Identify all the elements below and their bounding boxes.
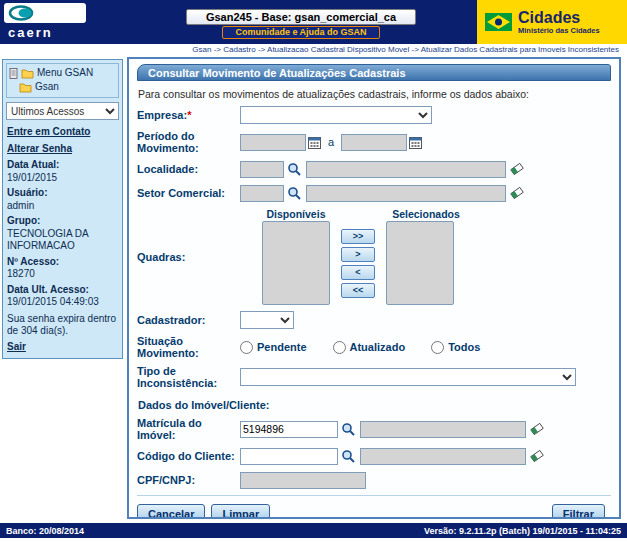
form-row-cadastrador: Cadastrador: xyxy=(137,311,611,329)
contact-link[interactable]: Entre em Contato xyxy=(7,126,90,139)
radio-item-todos: Todos xyxy=(431,341,480,354)
codigo-cliente-descricao-field xyxy=(360,448,526,465)
eraser-icon[interactable] xyxy=(530,449,544,463)
matricula-descricao-field xyxy=(360,421,526,438)
form-row-localidade: Localidade: xyxy=(137,160,611,178)
tipo-inconsistencia-select[interactable] xyxy=(240,368,576,386)
breadcrumb: Gsan -> Cadastro -> Atualizacao Cadastra… xyxy=(0,44,627,57)
form-row-situacao: Situação Movimento: Pendente Atualizado … xyxy=(137,335,611,359)
cpf-cnpj-input[interactable] xyxy=(240,472,366,489)
move-left-button[interactable]: < xyxy=(341,265,375,280)
form-row-tipo-inconsistencia: Tipo de Inconsistência: xyxy=(137,365,611,389)
quadras-transfer-buttons: >> > < << xyxy=(341,229,375,298)
num-acesso-label: Nº Acesso: xyxy=(7,256,118,269)
required-marker: * xyxy=(187,109,191,121)
notebook-icon xyxy=(9,68,18,79)
data-atual-label: Data Atual: xyxy=(7,159,118,172)
matricula-label: Matrícula do Imóvel: xyxy=(137,417,240,441)
data-atual-value: 19/01/2015 xyxy=(7,172,118,185)
ministry-subtitle: Ministério das Cidades xyxy=(518,26,600,35)
status-bar: Banco: 20/08/2014 Versão: 9.2.11.2p (Bat… xyxy=(0,523,627,538)
radio-atualizado-label: Atualizado xyxy=(350,341,406,353)
clear-button[interactable]: Limpar xyxy=(211,504,270,519)
search-icon[interactable] xyxy=(287,162,302,177)
matricula-input[interactable] xyxy=(240,421,338,438)
search-icon[interactable] xyxy=(341,449,356,464)
form-row-codigo-cliente: Código do Cliente: xyxy=(137,447,611,465)
password-expiry-note: Sua senha expira dentro de 304 dia(s). xyxy=(7,313,118,338)
ultimos-acessos-select[interactable]: Ultimos Acessos xyxy=(6,102,119,120)
ministry-title: Cidades xyxy=(518,9,600,26)
tipo-inconsistencia-label: Tipo de Inconsistência: xyxy=(137,365,240,389)
radio-item-pendente: Pendente xyxy=(240,341,307,354)
periodo-label: Período do Movimento: xyxy=(137,130,240,154)
logout-link[interactable]: Sair xyxy=(7,341,26,354)
num-acesso-value: 18270 xyxy=(7,268,118,281)
ministry-text: Cidades Ministério das Cidades xyxy=(518,9,600,35)
empresa-select[interactable] xyxy=(240,106,432,124)
folder-icon xyxy=(21,68,34,79)
search-icon[interactable] xyxy=(341,422,356,437)
radio-todos[interactable] xyxy=(431,341,444,354)
cpf-cnpj-label: CPF/CNPJ: xyxy=(137,474,240,486)
periodo-inicio-input[interactable] xyxy=(240,134,306,151)
codigo-cliente-input[interactable] xyxy=(240,448,338,465)
sidebar-item-label: Gsan xyxy=(35,80,59,94)
footer-banco: Banco: 20/08/2014 xyxy=(6,526,84,536)
grupo-value: TECNOLOGIA DA INFORMACAO xyxy=(7,228,118,253)
radio-pendente[interactable] xyxy=(240,341,253,354)
quadras-headers: Disponíveis Selecionados xyxy=(262,208,466,220)
filter-button[interactable]: Filtrar xyxy=(552,504,605,519)
cadastrador-select[interactable] xyxy=(240,311,294,329)
quadras-disponiveis-list[interactable] xyxy=(262,221,330,305)
brazil-flag-icon xyxy=(485,13,512,31)
search-icon[interactable] xyxy=(287,186,302,201)
eraser-icon[interactable] xyxy=(510,162,524,176)
form-row-empresa: Empresa:* xyxy=(137,106,611,124)
radio-todos-label: Todos xyxy=(448,341,480,353)
calendar-icon[interactable] xyxy=(409,136,422,149)
form-row-quadras: Quadras: Disponíveis Selecionados >> > <… xyxy=(137,208,611,305)
form-row-cpf-cnpj: CPF/CNPJ: xyxy=(137,471,611,489)
setor-input[interactable] xyxy=(240,185,284,202)
sidebar-item-menu-gsan[interactable]: Menu GSAN xyxy=(9,66,116,80)
grupo-label: Grupo: xyxy=(7,215,118,228)
ult-acesso-value: 19/01/2015 04:49:03 xyxy=(7,296,118,309)
ministerio-cidades-logo: Cidades Ministério das Cidades xyxy=(477,0,627,44)
sidebar-item-label: Menu GSAN xyxy=(37,66,93,80)
quadras-body: >> > < << xyxy=(262,221,466,305)
sidebar-info: Entre em Contato Alterar Senha Data Atua… xyxy=(6,122,119,355)
app-header: caern Gsan245 - Base: gsan_comercial_ca … xyxy=(0,0,627,44)
caern-logo-icon xyxy=(8,5,72,21)
quadras-picker: Disponíveis Selecionados >> > < << xyxy=(262,208,466,305)
empresa-label: Empresa:* xyxy=(137,109,240,121)
footer-versao: Versão: 9.2.11.2p (Batch) 19/01/2015 - 1… xyxy=(424,526,621,536)
localidade-input[interactable] xyxy=(240,161,284,178)
move-all-right-button[interactable]: >> xyxy=(341,229,375,244)
app-title: Gsan245 - Base: gsan_comercial_ca xyxy=(186,9,416,25)
move-all-left-button[interactable]: << xyxy=(341,283,375,298)
page-title: Consultar Movimento de Atualizações Cada… xyxy=(137,64,611,81)
eraser-icon[interactable] xyxy=(530,422,544,436)
community-help-link[interactable]: Comunidade e Ajuda do GSAN xyxy=(222,26,379,39)
cancel-button[interactable]: Cancelar xyxy=(137,504,205,519)
calendar-icon[interactable] xyxy=(308,136,321,149)
setor-descricao-field xyxy=(306,185,506,202)
form-row-setor: Setor Comercial: xyxy=(137,184,611,202)
quadras-selecionados-list[interactable] xyxy=(386,221,454,305)
setor-label: Setor Comercial: xyxy=(137,187,240,199)
periodo-fim-input[interactable] xyxy=(341,134,407,151)
ult-acesso-label: Data Ult. Acesso: xyxy=(7,284,118,297)
form-row-matricula: Matrícula do Imóvel: xyxy=(137,417,611,441)
button-row: Cancelar Limpar Filtrar xyxy=(137,495,611,519)
change-password-link[interactable]: Alterar Senha xyxy=(7,143,72,156)
periodo-separator: a xyxy=(328,136,334,148)
main-panel: Consultar Movimento de Atualizações Cada… xyxy=(127,57,621,519)
folder-icon xyxy=(19,82,32,93)
disponiveis-header: Disponíveis xyxy=(262,208,330,220)
situacao-label: Situação Movimento: xyxy=(137,335,240,359)
sidebar-item-gsan[interactable]: Gsan xyxy=(9,80,116,94)
move-right-button[interactable]: > xyxy=(341,247,375,262)
radio-atualizado[interactable] xyxy=(333,341,346,354)
eraser-icon[interactable] xyxy=(510,186,524,200)
